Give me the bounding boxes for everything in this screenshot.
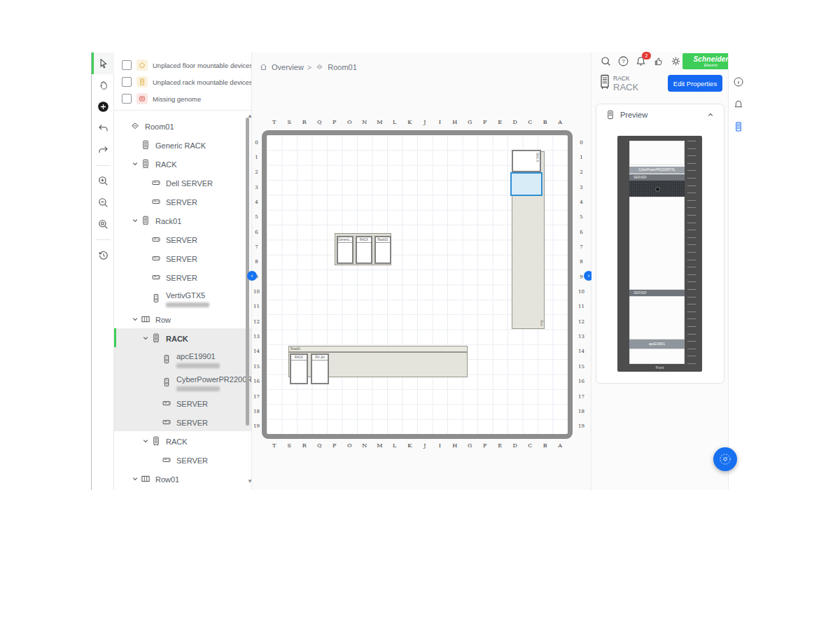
zoom-in-button[interactable]: [92, 170, 114, 192]
notifications-icon[interactable]: 2: [635, 55, 647, 67]
row01-rack-2[interactable]: RV-Jef: [311, 354, 329, 384]
rack-object-selected[interactable]: [510, 172, 542, 196]
tree-item-rack[interactable]: RACK: [114, 154, 251, 173]
row-labels-left: 012345678910111213141516171819: [252, 135, 261, 434]
rack-view-tab[interactable]: [729, 117, 748, 136]
chevron-spacer: [120, 121, 130, 131]
axis-label: 15: [577, 359, 586, 374]
chevron-spacer: [151, 354, 161, 364]
preview-rack-icon: [605, 109, 616, 120]
zoom-out-button[interactable]: [92, 192, 114, 214]
redo-button[interactable]: [92, 139, 114, 161]
axis-label: N: [357, 442, 372, 451]
tree-item-server[interactable]: SERVER: [114, 248, 251, 267]
server-icon: [150, 234, 162, 245]
filter-checkbox[interactable]: [122, 94, 132, 104]
chevron-spacer: [141, 234, 150, 244]
room-icon: [130, 120, 141, 132]
chevron-down-icon[interactable]: [141, 333, 150, 343]
server-icon: [161, 454, 172, 465]
alarms-tab[interactable]: [729, 94, 748, 114]
rack-preview-image: CyberPowerPR2200RTXL SERVER SERVER apcE1…: [617, 136, 702, 372]
tree-item-server[interactable]: SERVER: [114, 267, 251, 286]
tree-item-server[interactable]: SERVER: [114, 192, 251, 211]
tree-item-generic-rack[interactable]: Generic RACK: [114, 135, 251, 154]
rack-object-3[interactable]: Rack01: [374, 236, 391, 264]
rack-object-2[interactable]: RACK: [356, 236, 372, 264]
rack-object-label: Generic...: [338, 237, 352, 243]
chevron-down-icon[interactable]: [130, 314, 140, 324]
tree-item-apce19901[interactable]: apcE19901: [114, 347, 251, 370]
server-icon: [150, 272, 162, 283]
select-tool[interactable]: [92, 52, 114, 74]
settings-icon[interactable]: [670, 55, 682, 67]
tree-item-server[interactable]: SERVER: [114, 412, 251, 431]
breadcrumb-room[interactable]: Room01: [328, 63, 357, 71]
assistant-fab[interactable]: [713, 447, 737, 471]
tree-item-label: SERVER: [176, 456, 208, 465]
axis-label: 4: [252, 195, 261, 209]
row-icon: [140, 314, 151, 325]
sidebar: Unplaced floor mountable devicesUnplaced…: [114, 52, 252, 490]
chevron-spacer: [141, 178, 150, 188]
row01-header[interactable]: Row01: [288, 346, 468, 352]
rack-object-top[interactable]: RACK: [512, 150, 541, 172]
tree-item-server[interactable]: SERVER: [114, 230, 251, 248]
floorplan-canvas[interactable]: Overview > Room01 TSRQPONMLKJIHGFEDCBA 0…: [252, 52, 592, 490]
filter-row[interactable]: Unplaced rack mountable devices: [114, 74, 251, 90]
rack-cluster[interactable]: Generic...RACKRack01: [335, 233, 391, 265]
tree-item-room01[interactable]: Room01: [114, 116, 251, 135]
preview-unit-apc: apcE19901: [629, 340, 685, 349]
breadcrumb-overview[interactable]: Overview: [272, 63, 304, 71]
breadcrumb-separator: >: [307, 63, 312, 71]
filter-row[interactable]: Missing genome: [114, 90, 251, 107]
axis-label: 19: [252, 419, 261, 434]
axis-label: 17: [577, 389, 586, 404]
chevron-spacer: [141, 197, 150, 206]
info-tab[interactable]: [729, 72, 748, 92]
tree-item-cyberpowerpr2200r-[interactable]: CyberPowerPR2200R...: [114, 370, 251, 393]
axis-label: I: [433, 442, 448, 451]
filter-checkbox[interactable]: [122, 77, 132, 87]
breadcrumb: Overview > Room01: [259, 62, 357, 71]
feedback-icon[interactable]: [652, 55, 664, 67]
axis-label: 10: [252, 284, 261, 299]
preview-unit-server1: SERVER: [629, 174, 685, 181]
axis-label: J: [417, 442, 433, 451]
tree-item-label: Generic RACK: [155, 141, 206, 150]
axis-label: 19: [577, 419, 586, 434]
tree-item-server[interactable]: SERVER: [114, 393, 251, 412]
undo-button[interactable]: [92, 118, 114, 139]
row01-rack-1[interactable]: RACK: [290, 354, 308, 384]
tree-item-rack01[interactable]: Rack01: [114, 211, 251, 230]
tree-item-rack[interactable]: RACK: [114, 328, 251, 347]
front-label: Front: [617, 365, 702, 370]
tree-item-dell-server[interactable]: Dell SERVER: [114, 173, 251, 192]
help-icon[interactable]: ?: [617, 55, 629, 67]
collapse-preview-icon[interactable]: [706, 110, 715, 120]
pan-left-button[interactable]: ‹: [247, 271, 257, 281]
edit-properties-button[interactable]: Edit Properties: [668, 75, 722, 92]
tree-item-rack[interactable]: RACK: [114, 431, 251, 450]
chevron-down-icon[interactable]: [130, 474, 140, 484]
tree-item-vertivgtx5[interactable]: VertivGTX5: [114, 286, 251, 309]
filter-checkbox[interactable]: [122, 60, 132, 70]
tree-item-row[interactable]: Row: [114, 309, 251, 328]
axis-label: 13: [252, 329, 261, 344]
history-button[interactable]: [92, 244, 114, 266]
chevron-down-icon[interactable]: [130, 216, 140, 225]
axis-label: N: [357, 119, 372, 127]
app-window: Unplaced floor mountable devicesUnplaced…: [0, 0, 840, 630]
axis-label: L: [387, 119, 402, 127]
filter-row[interactable]: Unplaced floor mountable devices: [114, 57, 251, 74]
zoom-fit-button[interactable]: [92, 214, 114, 235]
chevron-down-icon[interactable]: [141, 436, 150, 446]
tree-item-server[interactable]: SERVER: [114, 450, 251, 469]
rack-object-1[interactable]: Generic...: [337, 236, 354, 264]
toolbar-divider: [95, 239, 111, 240]
chevron-down-icon[interactable]: [130, 159, 140, 169]
search-icon[interactable]: [600, 55, 612, 67]
add-tool[interactable]: [92, 96, 114, 118]
pan-tool[interactable]: [92, 74, 114, 96]
tree-item-row01[interactable]: Row01: [114, 469, 251, 488]
